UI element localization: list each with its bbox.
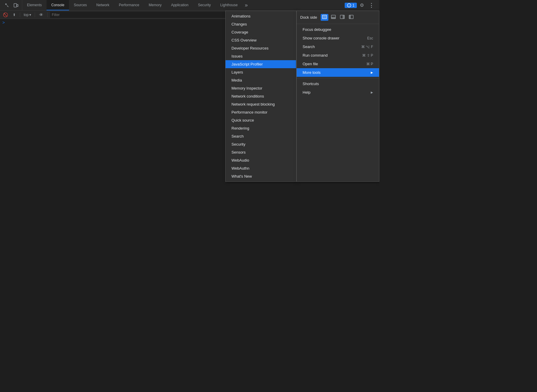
tab-overflow-button[interactable]: » [242,2,250,8]
main-menu-item-focus-debuggee[interactable]: Focus debuggee [297,25,379,34]
context-dropdown-arrow: ▾ [29,13,31,17]
more-tools-item-media[interactable]: Media [226,76,296,84]
tab-bar: Elements Console Sources Network Perform… [0,0,379,11]
show-console-drawer-label: Show console drawer [303,36,339,40]
issues-count: 1 [352,3,354,7]
more-tools-item-css-overview[interactable]: CSS Overview [226,36,296,44]
dock-left-button[interactable] [347,14,355,21]
svg-text:i: i [349,4,349,7]
tab-application[interactable]: Application [166,0,193,10]
more-tools-item-animations[interactable]: Animations [226,12,296,20]
more-tools-item-whats-new[interactable]: What's New [226,172,296,180]
tab-performance[interactable]: Performance [114,0,144,10]
more-tools-submenu: Animations Changes Coverage CSS Overview… [225,11,296,182]
svg-rect-9 [343,15,344,19]
run-command-label: Run command [303,53,328,58]
more-tools-item-security[interactable]: Security [226,140,296,148]
toolbar-divider-1 [20,12,20,17]
shortcuts-label: Shortcuts [303,82,319,86]
dock-undock-button[interactable] [321,14,328,21]
tab-console[interactable]: Console [47,0,69,10]
more-tools-item-layers[interactable]: Layers [226,68,296,76]
device-toolbar-button[interactable] [12,2,20,9]
svg-rect-0 [14,4,17,7]
tabs: Elements Console Sources Network Perform… [22,0,342,10]
open-file-label: Open file [303,62,318,66]
svg-rect-11 [349,15,351,19]
open-file-shortcut: ⌘ P [366,62,373,66]
toolbar-divider-3 [47,12,48,17]
tab-bar-right: i 1 ⚙ ⋮ [342,1,378,10]
main-menu-item-run-command[interactable]: Run command ⌘ ⇧ P [297,51,379,60]
main-menu-item-help[interactable]: Help ▶ [297,88,379,97]
focus-debuggee-label: Focus debuggee [303,27,331,32]
tab-lighthouse[interactable]: Lighthouse [215,0,242,10]
main-menu-item-more-tools[interactable]: More tools ▶ [297,68,379,77]
run-command-shortcut: ⌘ ⇧ P [362,53,373,58]
more-tools-item-network-request-blocking[interactable]: Network request blocking [226,100,296,108]
help-arrow-icon: ▶ [371,91,373,94]
inspect-element-button[interactable] [3,2,11,9]
more-tools-item-developer-resources[interactable]: Developer Resources [226,44,296,52]
svg-rect-5 [323,16,326,18]
tab-security[interactable]: Security [193,0,215,10]
settings-button[interactable]: ⚙ [358,1,366,9]
dock-bottom-button[interactable] [330,14,337,21]
context-selector[interactable]: top ▾ [23,12,32,17]
toolbar-divider-2 [35,12,35,17]
more-tools-item-sensors[interactable]: Sensors [226,148,296,156]
main-menu-item-show-console-drawer[interactable]: Show console drawer Esc [297,34,379,42]
tab-sources[interactable]: Sources [69,0,92,10]
tab-memory[interactable]: Memory [144,0,166,10]
show-console-drawer-shortcut: Esc [367,36,373,40]
tab-elements[interactable]: Elements [22,0,47,10]
more-tools-item-webaudio[interactable]: WebAudio [226,156,296,164]
help-label: Help [303,90,311,95]
main-menu-divider-2 [297,78,379,78]
main-menu: Dock side [296,11,379,182]
more-tools-item-memory-inspector[interactable]: Memory Inspector [226,84,296,92]
eye-button[interactable]: 👁 [37,11,45,18]
more-menu-button[interactable]: ⋮ [367,1,376,10]
more-tools-label: More tools [303,70,321,75]
more-tools-item-webauthn[interactable]: WebAuthn [226,164,296,172]
dock-right-button[interactable] [338,14,346,21]
more-tools-item-javascript-profiler[interactable]: JavaScript Profiler [226,60,296,68]
tab-network[interactable]: Network [92,0,114,10]
more-tools-arrow-icon: ▶ [371,71,373,74]
dock-side-section: Dock side [297,12,379,23]
search-shortcut: ⌘ ⌥ F [361,45,373,49]
main-menu-item-search[interactable]: Search ⌘ ⌥ F [297,42,379,51]
context-value: top [24,13,29,17]
more-tools-item-coverage[interactable]: Coverage [226,28,296,36]
dropdown-container: Animations Changes Coverage CSS Overview… [225,11,379,182]
clear-console-button[interactable]: 🚫 [1,11,10,18]
main-menu-item-shortcuts[interactable]: Shortcuts [297,79,379,88]
toggle-drawer-button[interactable]: ⬆ [11,12,17,18]
more-tools-item-changes[interactable]: Changes [226,20,296,28]
more-tools-item-network-conditions[interactable]: Network conditions [226,92,296,100]
more-tools-item-issues[interactable]: Issues [226,52,296,60]
search-label: Search [303,44,315,49]
main-menu-item-open-file[interactable]: Open file ⌘ P [297,60,379,68]
more-tools-item-search[interactable]: Search [226,132,296,140]
issues-badge-button[interactable]: i 1 [345,3,357,8]
more-tools-item-rendering[interactable]: Rendering [226,124,296,132]
main-menu-divider-1 [297,24,379,24]
prompt-symbol: > [2,20,5,25]
dock-side-label: Dock side [300,15,317,20]
tab-bar-icons [1,0,22,10]
svg-rect-7 [331,17,335,19]
more-tools-item-quick-source[interactable]: Quick source [226,116,296,124]
svg-rect-1 [17,4,18,7]
more-tools-item-performance-monitor[interactable]: Performance monitor [226,108,296,116]
